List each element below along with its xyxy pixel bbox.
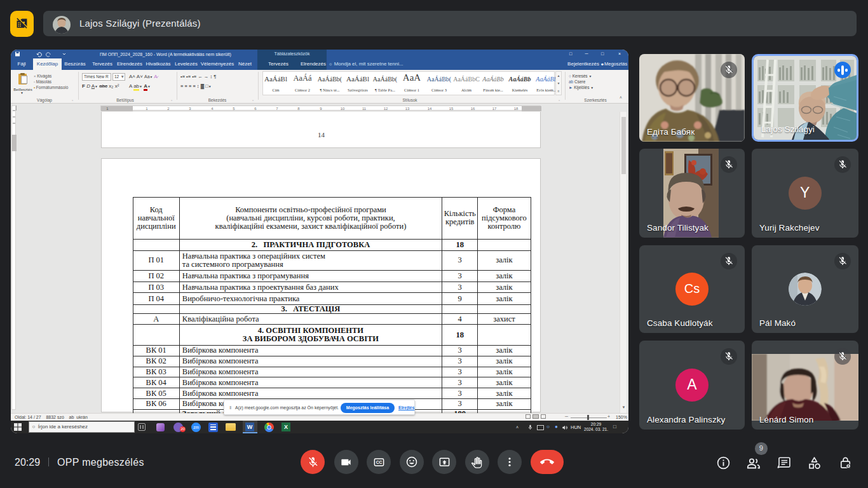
- svg-text:CC: CC: [376, 460, 382, 464]
